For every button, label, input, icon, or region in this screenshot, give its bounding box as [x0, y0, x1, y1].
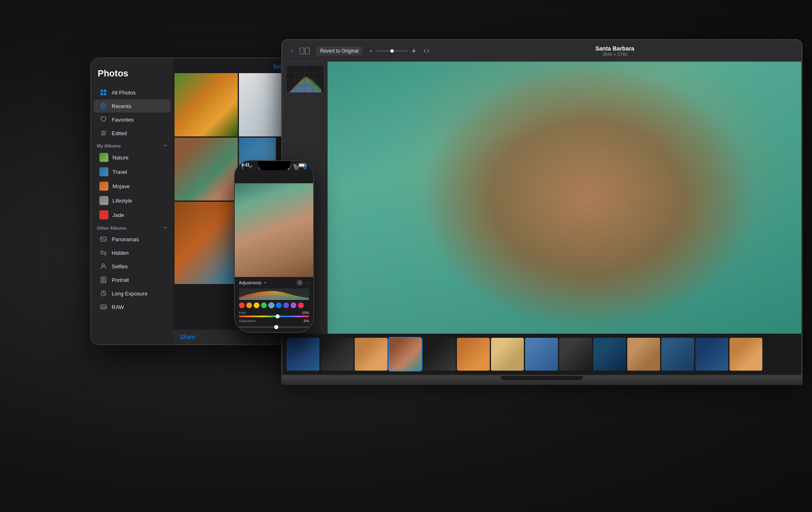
brightness-control [369, 48, 417, 54]
color-dot-pink[interactable] [298, 302, 304, 308]
laptop-device: ‹ Revert to Original [281, 39, 803, 392]
color-dot-green[interactable] [261, 302, 267, 308]
sidebar-item-mojave[interactable]: Mojave [94, 179, 171, 193]
laptop-base [281, 376, 803, 385]
sidebar-item-all-photos[interactable]: All Photos [94, 86, 171, 99]
laptop-main-photo[interactable] [328, 62, 801, 334]
sidebar-item-panoramas[interactable]: Panoramas [94, 233, 171, 246]
phone-main-photo[interactable] [235, 183, 313, 277]
person-icon [99, 262, 108, 270]
svg-rect-0 [101, 90, 103, 92]
phone-device: 9:41 [234, 160, 314, 333]
strip-thumb-14[interactable] [729, 338, 762, 371]
titlebar-controls [300, 48, 310, 54]
strip-thumb-5[interactable] [423, 338, 456, 371]
sidebar-item-travel[interactable]: Travel [94, 165, 171, 179]
jade-thumb [99, 210, 108, 219]
hue-slider-row: Hue 10% [239, 311, 309, 317]
svg-rect-6 [103, 133, 105, 134]
strip-thumb-6[interactable] [457, 338, 490, 371]
favorites-label: Favorites [112, 117, 133, 123]
color-dot-purple[interactable] [291, 302, 296, 308]
portrait-face-layer [328, 62, 801, 334]
svg-rect-23 [299, 164, 305, 166]
laptop-back-button[interactable]: ‹ [291, 46, 293, 55]
sidebar-item-edited[interactable]: Edited [94, 127, 171, 140]
sidebar-item-hidden[interactable]: Hidden [94, 246, 171, 259]
svg-point-20 [294, 166, 295, 167]
travel-label: Travel [112, 169, 127, 175]
svg-rect-1 [104, 90, 106, 92]
strip-thumb-12[interactable] [661, 338, 694, 371]
tablet-sidebar: Photos All Photos [91, 58, 173, 344]
hue-label: Hue [239, 311, 246, 315]
nav-arrows-icon[interactable] [423, 48, 430, 53]
adj-action-icons: ··· [296, 279, 309, 286]
color-dot-red[interactable] [239, 302, 245, 308]
sidebar-item-long-exposure[interactable]: Long Exposure [94, 287, 171, 300]
hue-label-row: Hue 10% [239, 311, 309, 315]
brightness-slider[interactable] [376, 51, 408, 51]
sidebar-item-recents[interactable]: Recents [94, 99, 171, 113]
more-adj-icon[interactable]: ··· [305, 280, 309, 285]
edited-label: Edited [112, 130, 127, 136]
brightness-slider-thumb[interactable] [390, 49, 394, 53]
all-photos-label: All Photos [112, 90, 136, 96]
histogram-chart-svg [287, 66, 323, 92]
strip-thumb-1[interactable] [287, 338, 319, 371]
sidebar-item-lifestyle[interactable]: Lifestyle [94, 194, 171, 208]
portrait-label: Portrait [112, 277, 129, 283]
strip-thumb-4[interactable] [389, 338, 422, 371]
brightness-min-icon [369, 49, 373, 53]
phone-notch [258, 161, 291, 170]
recents-label: Recents [112, 103, 131, 109]
svg-text:RAW: RAW [102, 306, 107, 309]
saturation-slider-track[interactable] [239, 326, 309, 328]
hue-slider-track[interactable] [239, 316, 309, 317]
share-button[interactable]: Share [180, 334, 195, 340]
strip-thumb-9[interactable] [559, 338, 592, 371]
hue-slider-thumb[interactable] [275, 314, 280, 318]
brightness-max-icon [411, 48, 417, 54]
photo-cell-3[interactable] [174, 138, 238, 201]
photo-title-area: Santa Barbara 3840 × 5760 [436, 45, 793, 57]
color-dot-orange[interactable] [246, 302, 252, 308]
sidebar-item-jade[interactable]: Jade [94, 208, 171, 222]
strip-thumb-10[interactable] [593, 338, 626, 371]
saturation-slider-thumb[interactable] [274, 325, 278, 329]
revert-button[interactable]: Revert to Original [316, 46, 362, 55]
my-albums-header: My Albums [91, 140, 173, 150]
sidebar-item-raw[interactable]: RAW RAW [94, 300, 171, 314]
color-dot-teal[interactable] [268, 302, 274, 308]
laptop-main-area [282, 62, 801, 334]
adjustments-label: Adjustments [239, 281, 261, 285]
sidebar-item-selfies[interactable]: Selfies [94, 260, 171, 273]
layout-toggle-icon[interactable] [300, 48, 310, 54]
portrait-icon [99, 276, 108, 284]
adjustments-header: Adjustments ··· [239, 279, 309, 286]
strip-thumb-11[interactable] [627, 338, 660, 371]
histogram-svg [239, 288, 309, 300]
svg-rect-2 [101, 93, 103, 95]
reset-adj-icon[interactable] [296, 279, 303, 286]
svg-rect-3 [104, 93, 106, 95]
sliders-icon [99, 129, 108, 137]
sidebar-item-favorites[interactable]: Favorites [94, 113, 171, 126]
other-albums-header: Other Albums [91, 222, 173, 232]
strip-thumb-8[interactable] [525, 338, 558, 371]
heart-icon [99, 115, 108, 124]
strip-thumb-3[interactable] [355, 338, 388, 371]
hidden-label: Hidden [112, 250, 128, 256]
sidebar-item-portrait[interactable]: Portrait [94, 273, 171, 286]
phone-photo-image [235, 183, 313, 277]
photo-cell-1[interactable] [174, 73, 238, 136]
strip-thumb-13[interactable] [695, 338, 728, 371]
selfies-label: Selfies [112, 263, 128, 270]
strip-thumb-2[interactable] [321, 338, 353, 371]
adj-title-row: Adjustments [239, 281, 267, 285]
strip-thumb-7[interactable] [491, 338, 524, 371]
color-dot-indigo[interactable] [283, 302, 289, 308]
color-dot-yellow[interactable] [254, 302, 259, 308]
color-dot-blue[interactable] [276, 302, 282, 308]
sidebar-item-nature[interactable]: Nature [94, 150, 171, 164]
